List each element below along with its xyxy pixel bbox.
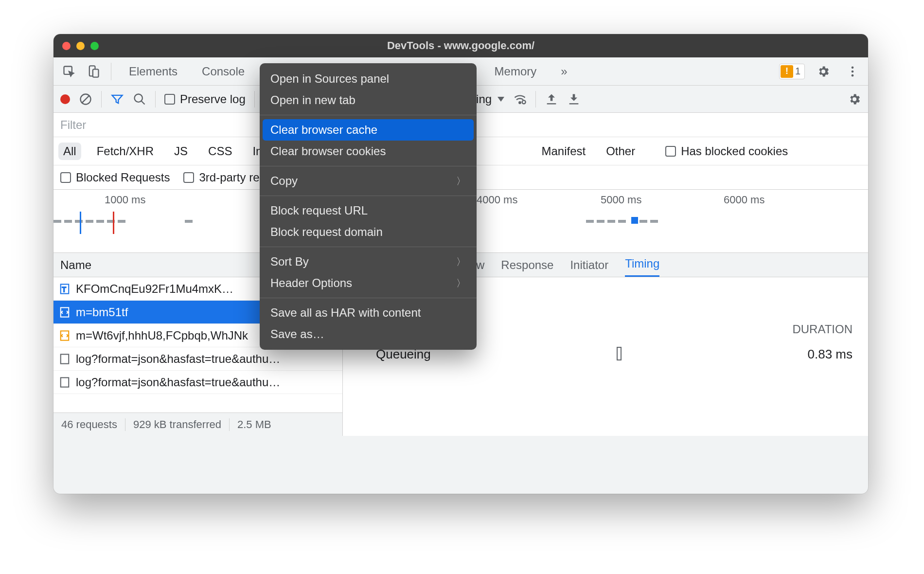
dom-content-loaded-marker [80, 212, 81, 234]
document-icon [59, 354, 70, 364]
preserve-log-checkbox[interactable]: Preserve log [164, 92, 246, 106]
svg-text:T: T [62, 286, 67, 293]
device-toggle-icon[interactable] [83, 62, 104, 81]
has-blocked-cookies-label: Has blocked cookies [681, 144, 788, 158]
script-file-icon [59, 307, 70, 318]
svg-point-8 [135, 94, 142, 102]
tab-console[interactable]: Console [191, 57, 255, 85]
tab-more-panels[interactable]: » [550, 57, 578, 85]
svg-point-10 [519, 102, 521, 104]
search-icon[interactable] [133, 92, 146, 106]
svg-rect-18 [61, 354, 69, 363]
chevron-down-icon [498, 97, 504, 102]
document-icon [59, 377, 70, 388]
request-row[interactable]: log?format=json&hasfast=true&authu… [53, 371, 342, 394]
window-title: DevTools - www.google.com/ [53, 39, 868, 52]
menu-save-har[interactable]: Save all as HAR with content [260, 302, 477, 323]
type-css[interactable]: CSS [203, 143, 237, 160]
issues-badge[interactable]: ! 1 [779, 64, 805, 79]
load-marker [113, 212, 114, 234]
request-name: m=Wt6vjf,hhhU8,FCpbqb,WhJNk [76, 329, 248, 342]
status-requests: 46 requests [53, 418, 125, 431]
has-blocked-cookies-checkbox[interactable]: Has blocked cookies [665, 144, 788, 158]
svg-point-3 [852, 66, 854, 69]
clear-icon[interactable] [79, 92, 92, 106]
duration-header: DURATION [792, 323, 853, 336]
chevron-right-icon: 〉 [456, 175, 466, 188]
queueing-value: 0.83 ms [807, 347, 853, 362]
filter-input[interactable]: Filter [60, 118, 86, 132]
more-menu-icon[interactable] [842, 61, 863, 82]
script-file-icon [59, 330, 70, 341]
context-menu: Open in Sources panel Open in new tab Cl… [260, 63, 477, 350]
network-settings-icon[interactable] [848, 92, 861, 106]
tab-response[interactable]: Response [501, 258, 553, 277]
blocked-requests-label: Blocked Requests [76, 171, 170, 184]
menu-open-new-tab[interactable]: Open in new tab [260, 90, 477, 111]
chevron-right-icon: 〉 [456, 277, 466, 290]
network-conditions-icon[interactable] [513, 92, 527, 106]
svg-line-9 [142, 101, 145, 104]
type-js[interactable]: JS [169, 143, 193, 160]
menu-open-sources[interactable]: Open in Sources panel [260, 68, 477, 90]
tab-memory[interactable]: Memory [484, 57, 548, 85]
type-all[interactable]: All [58, 143, 81, 160]
menu-block-url[interactable]: Block request URL [260, 200, 477, 221]
queueing-bar-icon [617, 347, 622, 360]
svg-rect-12 [547, 103, 556, 104]
tab-timing[interactable]: Timing [625, 257, 659, 277]
timeline-label: 5000 ms [601, 194, 641, 206]
menu-header-options[interactable]: Header Options〉 [260, 272, 477, 294]
menu-sort-by[interactable]: Sort By〉 [260, 251, 477, 272]
tab-initiator[interactable]: Initiator [570, 258, 608, 277]
svg-point-5 [852, 74, 854, 76]
status-resources: 2.5 MB [230, 418, 279, 431]
svg-point-4 [852, 70, 854, 72]
issues-count: 1 [795, 66, 800, 77]
warning-icon: ! [781, 65, 793, 78]
preserve-log-label: Preserve log [180, 92, 246, 106]
inspect-icon[interactable] [58, 62, 80, 81]
checkbox-icon [183, 172, 194, 183]
selected-request-marker [631, 217, 638, 224]
timeline-label: 6000 ms [724, 194, 764, 206]
svg-rect-19 [61, 377, 69, 387]
font-file-icon: T [59, 284, 70, 294]
menu-clear-cookies[interactable]: Clear browser cookies [260, 141, 477, 162]
checkbox-icon [164, 94, 175, 105]
svg-line-7 [82, 95, 89, 103]
request-row[interactable]: log?format=json&hasfast=true&authu… [53, 347, 342, 371]
tab-elements[interactable]: Elements [118, 57, 188, 85]
menu-block-domain[interactable]: Block request domain [260, 221, 477, 243]
type-other[interactable]: Other [601, 143, 640, 160]
type-fetch-xhr[interactable]: Fetch/XHR [92, 143, 159, 160]
menu-copy[interactable]: Copy〉 [260, 170, 477, 192]
svg-rect-13 [569, 103, 579, 104]
chevron-right-icon: 〉 [456, 255, 466, 269]
devtools-window: DevTools - www.google.com/ Elements Cons… [53, 34, 868, 494]
timeline-label: 1000 ms [105, 194, 145, 206]
blocked-requests-checkbox[interactable]: Blocked Requests [60, 171, 170, 184]
menu-save-as[interactable]: Save as… [260, 323, 477, 345]
record-icon[interactable] [60, 94, 70, 104]
checkbox-icon [665, 146, 676, 157]
svg-rect-2 [93, 69, 99, 77]
download-icon[interactable] [567, 92, 581, 106]
menu-clear-cache[interactable]: Clear browser cache [263, 119, 474, 141]
filter-icon[interactable] [110, 92, 124, 106]
request-name: log?format=json&hasfast=true&authu… [76, 376, 280, 389]
timeline-label: 4000 ms [477, 194, 517, 206]
svg-point-11 [522, 100, 526, 104]
request-name: m=bm51tf [76, 305, 128, 319]
status-transferred: 929 kB transferred [125, 418, 230, 431]
request-name: KFOmCnqEu92Fr1Mu4mxK… [76, 282, 233, 296]
status-bar: 46 requests 929 kB transferred 2.5 MB [53, 413, 342, 436]
titlebar: DevTools - www.google.com/ [53, 34, 868, 57]
request-name: log?format=json&hasfast=true&authu… [76, 352, 280, 366]
settings-icon[interactable] [813, 61, 834, 82]
upload-icon[interactable] [545, 92, 558, 106]
checkbox-icon [60, 172, 71, 183]
type-manifest[interactable]: Manifest [536, 143, 590, 160]
